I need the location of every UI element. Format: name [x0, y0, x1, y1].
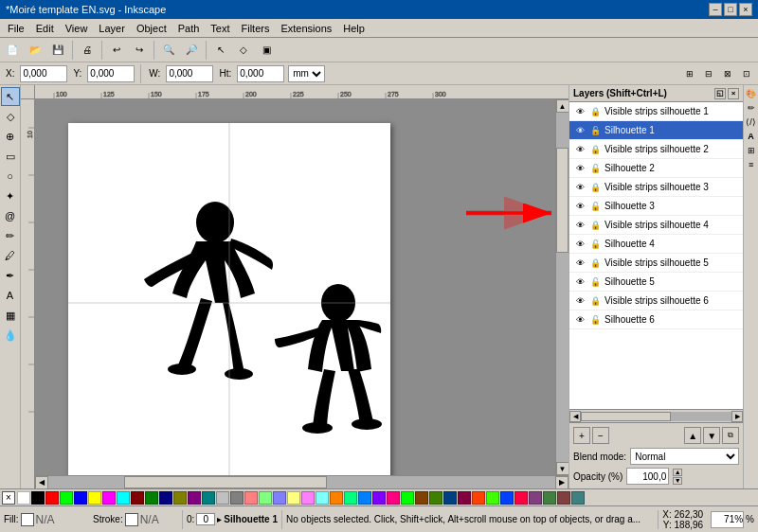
zoom-out-btn[interactable]: 🔎	[181, 40, 202, 61]
palette-color-6[interactable]	[102, 491, 116, 505]
spiral-tool[interactable]: @	[1, 206, 20, 225]
w-input[interactable]	[166, 65, 213, 82]
h-input[interactable]	[237, 65, 284, 82]
open-btn[interactable]: 📂	[25, 40, 45, 61]
no-color-swatch[interactable]: ×	[2, 491, 15, 505]
layer-lock-8[interactable]: 🔒	[590, 258, 601, 268]
layer-lock-3[interactable]: 🔓	[590, 164, 601, 173]
menu-object[interactable]: Object	[131, 21, 172, 36]
zoom-tool[interactable]: ⊕	[1, 127, 20, 146]
palette-color-30[interactable]	[443, 491, 457, 505]
layer-lock-5[interactable]: 🔓	[590, 202, 601, 211]
layer-up-btn[interactable]: ▲	[684, 427, 701, 444]
palette-color-1[interactable]	[31, 491, 45, 505]
layer-eye-0[interactable]: 👁	[573, 105, 587, 118]
unit-select[interactable]: mm px cm	[288, 65, 325, 82]
palette-color-33[interactable]	[486, 491, 499, 505]
palette-color-38[interactable]	[557, 491, 570, 505]
group-btn[interactable]: ▣	[256, 40, 277, 61]
layers-close-btn[interactable]: ×	[728, 88, 739, 99]
text-tool[interactable]: A	[1, 286, 20, 305]
remove-layer-btn[interactable]: −	[592, 427, 609, 444]
print-btn[interactable]: 🖨	[77, 40, 98, 61]
palette-color-37[interactable]	[543, 491, 556, 505]
node-tool[interactable]: ◇	[1, 107, 20, 126]
layer-item-4[interactable]: 👁🔒Visible strips silhouette 3	[569, 178, 743, 197]
palette-color-29[interactable]	[429, 491, 442, 505]
y-input[interactable]	[87, 65, 135, 82]
menu-filters[interactable]: Filters	[236, 21, 276, 36]
palette-color-25[interactable]	[372, 491, 386, 505]
layer-item-9[interactable]: 👁🔓Silhouette 5	[569, 273, 743, 292]
palette-color-19[interactable]	[287, 491, 300, 505]
menu-extensions[interactable]: Extensions	[275, 21, 337, 36]
palette-color-3[interactable]	[60, 491, 73, 505]
v-scroll-track[interactable]	[556, 113, 568, 462]
opacity-input[interactable]	[626, 468, 669, 485]
layer-item-1[interactable]: 👁🔓Silhouette 1	[569, 121, 743, 140]
xml-btn[interactable]: ⟨/⟩	[745, 115, 758, 129]
layers-h-track[interactable]	[581, 412, 731, 421]
layers-scrollbar[interactable]: ◀ ▶	[569, 409, 743, 422]
align-btn[interactable]: ≡	[745, 158, 758, 171]
snap-btn3[interactable]: ⊠	[720, 66, 735, 81]
pen-tool[interactable]: 🖊	[1, 246, 20, 265]
palette-color-21[interactable]	[316, 491, 329, 505]
palette-color-32[interactable]	[472, 491, 485, 505]
palette-color-39[interactable]	[571, 491, 585, 505]
palette-color-14[interactable]	[216, 491, 229, 505]
dropper-tool[interactable]: 💧	[1, 326, 20, 345]
stroke-btn[interactable]: ✏	[745, 101, 758, 115]
palette-color-23[interactable]	[344, 491, 357, 505]
horizontal-scrollbar[interactable]: ◀ ▶	[35, 475, 568, 488]
layer-eye-7[interactable]: 👁	[573, 238, 587, 251]
palette-color-10[interactable]	[159, 491, 172, 505]
close-button[interactable]: ×	[739, 3, 752, 16]
layers-h-thumb[interactable]	[581, 412, 671, 421]
palette-color-34[interactable]	[500, 491, 514, 505]
layer-lock-4[interactable]: 🔒	[590, 183, 601, 192]
maximize-button[interactable]: □	[724, 3, 737, 16]
circle-tool[interactable]: ○	[1, 167, 20, 186]
palette-color-27[interactable]	[401, 491, 414, 505]
vertical-scrollbar[interactable]: ▲ ▼	[555, 99, 568, 475]
snap-btn4[interactable]: ⊡	[739, 66, 754, 81]
layer-lock-6[interactable]: 🔒	[590, 221, 601, 230]
h-scroll-track[interactable]	[48, 476, 555, 488]
layer-item-6[interactable]: 👁🔒Visible strips silhouette 4	[569, 216, 743, 235]
scroll-down-btn[interactable]: ▼	[556, 462, 569, 475]
fill-btn[interactable]: 🎨	[745, 87, 758, 100]
layer-item-5[interactable]: 👁🔓Silhouette 3	[569, 197, 743, 216]
palette-color-24[interactable]	[358, 491, 371, 505]
palette-color-8[interactable]	[131, 491, 144, 505]
blend-mode-select[interactable]: Normal Multiply Screen	[630, 448, 739, 465]
menu-view[interactable]: View	[60, 21, 94, 36]
palette-color-16[interactable]	[244, 491, 258, 505]
layer-eye-9[interactable]: 👁	[573, 275, 587, 289]
palette-color-0[interactable]	[17, 491, 30, 505]
layers-scroll-left[interactable]: ◀	[569, 411, 581, 422]
layer-item-7[interactable]: 👁🔓Silhouette 4	[569, 235, 743, 254]
layer-lock-10[interactable]: 🔒	[590, 296, 601, 306]
layer-item-8[interactable]: 👁🔒Visible strips silhouette 5	[569, 254, 743, 273]
opacity-down[interactable]: ▼	[673, 477, 682, 485]
snap-btn1[interactable]: ⊞	[682, 66, 697, 81]
layer-eye-8[interactable]: 👁	[573, 257, 587, 270]
h-scroll-thumb[interactable]	[124, 476, 327, 488]
menu-edit[interactable]: Edit	[30, 21, 60, 36]
layer-item-2[interactable]: 👁🔒Visible strips silhouette 2	[569, 140, 743, 159]
minimize-button[interactable]: –	[709, 3, 722, 16]
add-layer-btn[interactable]: +	[573, 427, 590, 444]
snap-btn2[interactable]: ⊟	[701, 66, 716, 81]
layer-lock-0[interactable]: 🔒	[590, 107, 601, 116]
layer-dup-btn[interactable]: ⧉	[722, 427, 739, 444]
layer-eye-2[interactable]: 👁	[573, 143, 587, 156]
palette-color-13[interactable]	[202, 491, 215, 505]
canvas-area[interactable]: 100 125 150 175 200 225 250 275 300 10	[21, 85, 568, 488]
text-format-btn[interactable]: A	[745, 130, 758, 143]
opacity-up[interactable]: ▲	[673, 469, 682, 476]
layer-lock-7[interactable]: 🔓	[590, 239, 601, 249]
layer-item-0[interactable]: 👁🔒Visible strips silhouette 1	[569, 102, 743, 121]
pencil-tool[interactable]: ✏	[1, 226, 20, 245]
scroll-left-btn[interactable]: ◀	[35, 476, 48, 489]
